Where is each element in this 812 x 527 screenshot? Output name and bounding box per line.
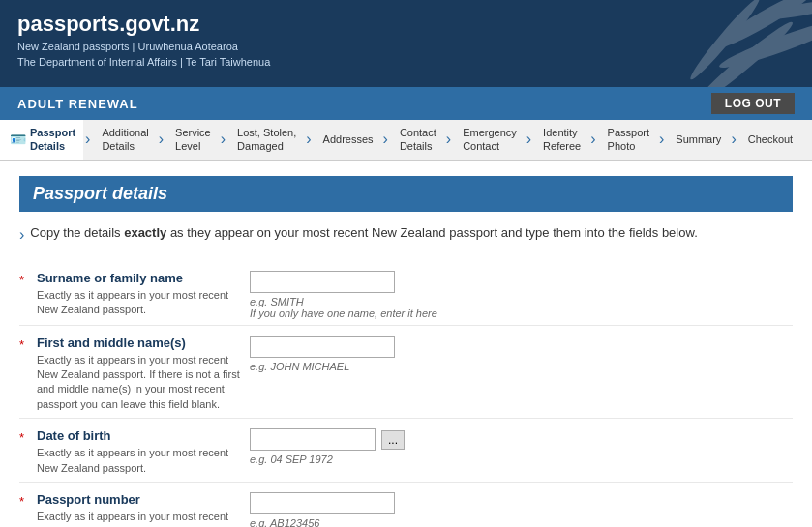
breadcrumb-checkout[interactable]: Checkout	[738, 120, 800, 160]
breadcrumb-passport-photo[interactable]: PassportPhoto	[598, 120, 657, 160]
passport-number-example: e.g. AB123456	[250, 517, 395, 527]
breadcrumb-service-level[interactable]: ServiceLevel	[165, 120, 219, 160]
required-indicator: *	[19, 273, 29, 287]
dob-input-col: ... e.g. 04 SEP 1972	[250, 428, 405, 465]
breadcrumb-nav: 🪪 PassportDetails › AdditionalDetails › …	[0, 120, 812, 161]
required-indicator: *	[19, 494, 29, 509]
required-indicator: *	[19, 430, 29, 445]
site-header: passports.govt.nz New Zealand passports …	[0, 0, 812, 87]
breadcrumb-contact-details[interactable]: ContactDetails	[390, 120, 444, 160]
breadcrumb-arrow-7: ›	[525, 120, 533, 160]
first-name-example: e.g. JOHN MICHAEL	[250, 361, 395, 372]
surname-label: Surname or family name	[37, 271, 240, 285]
site-subtitle2: The Department of Internal Affairs | Te …	[17, 56, 795, 68]
breadcrumb-label: IdentityReferee	[543, 126, 581, 154]
dob-example: e.g. 04 SEP 1972	[250, 454, 405, 465]
breadcrumb-label: Lost, Stolen,Damaged	[237, 126, 296, 154]
required-indicator: *	[19, 337, 29, 352]
breadcrumb-arrow-3: ›	[219, 120, 227, 160]
first-name-input-col: e.g. JOHN MICHAEL	[250, 336, 395, 372]
breadcrumb-arrow-10: ›	[729, 120, 737, 160]
surname-input-row	[250, 271, 437, 293]
breadcrumb-label: Summary	[676, 132, 721, 146]
passport-number-field-row: * Passport number Exactly as it appears …	[19, 483, 793, 527]
breadcrumb-arrow-8: ›	[588, 120, 597, 160]
breadcrumb-emergency-contact[interactable]: EmergencyContact	[453, 120, 525, 160]
breadcrumb-label: ContactDetails	[400, 126, 436, 154]
passport-number-input-col: e.g. AB123456	[250, 492, 395, 527]
surname-example: e.g. SMITHIf you only have one name, ent…	[250, 296, 437, 319]
breadcrumb-label: ServiceLevel	[175, 126, 211, 154]
first-name-field-row: * First and middle name(s) Exactly as it…	[19, 326, 793, 420]
site-title: passports.govt.nz	[17, 12, 795, 37]
passport-number-label: Passport number	[37, 492, 240, 507]
top-bar: ADULT RENEWAL LOG OUT	[0, 87, 812, 120]
breadcrumb-lost-stolen[interactable]: Lost, Stolen,Damaged	[227, 120, 304, 160]
dob-label-col: Date of birth Exactly as it appears in y…	[37, 428, 240, 476]
breadcrumb-label: AdditionalDetails	[102, 126, 148, 154]
main-content: Passport details › Copy the details exac…	[0, 161, 812, 527]
breadcrumb-label: Addresses	[323, 132, 374, 146]
passport-number-sublabel: Exactly as it appears in your most recen…	[37, 510, 240, 527]
passport-details-form: * Surname or family name Exactly as it a…	[19, 261, 793, 527]
breadcrumb-label: Checkout	[748, 132, 793, 146]
site-subtitle1: New Zealand passports | Uruwhenua Aotear…	[17, 41, 795, 52]
info-arrow-icon: ›	[19, 226, 24, 244]
first-name-input-row	[250, 336, 395, 358]
surname-input[interactable]	[250, 271, 395, 293]
breadcrumb-additional-details[interactable]: AdditionalDetails	[92, 120, 156, 160]
passport-number-input-row	[250, 492, 395, 514]
dob-input[interactable]	[250, 428, 376, 451]
logout-button[interactable]: LOG OUT	[711, 93, 795, 114]
first-name-input[interactable]	[250, 336, 395, 358]
dob-sublabel: Exactly as it appears in your most recen…	[37, 446, 240, 476]
breadcrumb-arrow-5: ›	[381, 120, 390, 160]
first-name-label-col: First and middle name(s) Exactly as it a…	[37, 336, 240, 413]
breadcrumb-addresses[interactable]: Addresses	[314, 120, 381, 160]
surname-label-col: Surname or family name Exactly as it app…	[37, 271, 240, 318]
surname-sublabel: Exactly as it appears in your most recen…	[37, 288, 240, 318]
passport-number-label-col: Passport number Exactly as it appears in…	[37, 492, 240, 527]
page-section-title: ADULT RENEWAL	[17, 97, 138, 111]
breadcrumb-label: EmergencyContact	[463, 126, 517, 154]
breadcrumb-passport-details[interactable]: 🪪 PassportDetails	[0, 120, 83, 160]
surname-field-row: * Surname or family name Exactly as it a…	[19, 261, 793, 326]
surname-input-col: e.g. SMITHIf you only have one name, ent…	[250, 271, 437, 319]
breadcrumb-arrow-4: ›	[304, 120, 313, 160]
passport-number-input[interactable]	[250, 492, 395, 514]
info-box: › Copy the details exactly as they appea…	[19, 225, 793, 244]
breadcrumb-arrow-2: ›	[157, 120, 165, 160]
breadcrumb-arrow-1: ›	[83, 120, 92, 160]
breadcrumb-identity-referee[interactable]: IdentityReferee	[533, 120, 588, 160]
breadcrumb-arrow-9: ›	[657, 120, 666, 160]
first-name-label: First and middle name(s)	[37, 336, 240, 350]
breadcrumb-arrow-6: ›	[444, 120, 453, 160]
breadcrumb-summary[interactable]: Summary	[666, 120, 729, 160]
dob-browse-button[interactable]: ...	[381, 430, 405, 450]
page-title: Passport details	[19, 176, 793, 212]
info-text: Copy the details exactly as they appear …	[30, 225, 697, 240]
passport-icon: 🪪	[10, 132, 26, 147]
dob-field-row: * Date of birth Exactly as it appears in…	[19, 419, 793, 483]
breadcrumb-label: PassportDetails	[30, 126, 75, 154]
breadcrumb-label: PassportPhoto	[608, 126, 649, 154]
dob-input-row: ...	[250, 428, 405, 451]
dob-label: Date of birth	[37, 428, 240, 443]
first-name-sublabel: Exactly as it appears in your most recen…	[37, 353, 240, 413]
